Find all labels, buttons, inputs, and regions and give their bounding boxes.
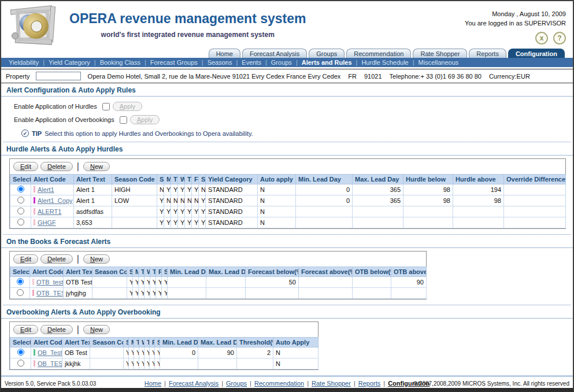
alert-code-cell: OTB_TEST	[30, 288, 64, 299]
cell: STANDARD	[206, 206, 258, 217]
property-input[interactable]	[36, 72, 81, 80]
cell: Y	[192, 217, 199, 228]
footer-link-reports[interactable]: Reports	[358, 380, 381, 387]
subnav-item-booking-class[interactable]: Booking Class	[96, 58, 145, 67]
subnav-item-miscellaneous[interactable]: Miscellaneous	[414, 58, 463, 67]
section-heading-alert-config: Alert Configuration & Auto Apply Rules	[1, 83, 573, 97]
select-cell	[10, 347, 31, 358]
alert-code-cell: ALERT1	[31, 206, 74, 217]
alert-code-link[interactable]: OB_Test	[38, 349, 62, 356]
edit-button[interactable]: Edit	[13, 162, 38, 171]
cell: Y	[178, 184, 185, 195]
row-select-radio[interactable]	[17, 219, 24, 225]
subnav-item-alerts-and-rules[interactable]: Alerts and Rules	[298, 58, 356, 67]
alert-code-link[interactable]: GHGF	[38, 219, 56, 226]
header-buttons: x ?	[465, 32, 566, 45]
column-header: T	[145, 338, 150, 347]
cell: N	[185, 195, 192, 206]
cell: N	[273, 347, 319, 358]
subnav-item-hurdle-schedule[interactable]: Hurdle Schedule	[357, 58, 412, 67]
alert-code-link[interactable]: ALERT1	[38, 208, 61, 215]
footer-link-rate-shopper[interactable]: Rate Shopper	[312, 380, 351, 387]
close-button[interactable]: x	[535, 32, 548, 45]
delete-button[interactable]: Delete	[40, 254, 73, 264]
alert-code-link[interactable]: OTB_TEST	[36, 290, 64, 297]
row-select-radio[interactable]	[17, 278, 24, 285]
alert-code-link[interactable]: OTB_test	[36, 279, 63, 286]
cell: Y	[171, 206, 178, 217]
select-cell	[10, 206, 31, 217]
new-button[interactable]: New	[83, 325, 110, 334]
row-select-radio[interactable]	[17, 186, 24, 193]
subnav-item-seasons[interactable]: Seasons	[203, 58, 236, 67]
delete-button[interactable]: Delete	[40, 325, 73, 334]
tip-check-icon: ✓	[21, 130, 29, 137]
footer-separator: |	[250, 380, 251, 387]
tab-reports[interactable]: Reports	[469, 49, 506, 58]
select-cell	[10, 277, 30, 288]
property-info-segment: 91021	[364, 73, 382, 80]
alert-code-link[interactable]: Alert1_Copy	[38, 197, 73, 204]
cell: LOW	[112, 195, 157, 206]
alert-code-cell: Alert1	[31, 184, 74, 195]
cell: Y	[127, 288, 133, 299]
row-select-radio[interactable]	[17, 197, 24, 204]
footer-link-home[interactable]: Home	[145, 380, 161, 387]
delete-button[interactable]: Delete	[40, 162, 73, 171]
table-row: Alert1Alert 1HIGHNYYYYYNSTANDARDN0365981…	[10, 184, 566, 195]
alert-code-link[interactable]: Alert1	[38, 186, 54, 193]
footer-link-recommendation[interactable]: Recommendation	[254, 380, 304, 387]
subnav-item-yieldability[interactable]: Yieldability	[5, 58, 43, 67]
cell: STANDARD	[206, 217, 258, 228]
tab-forecast-analysis[interactable]: Forecast Analysis	[242, 49, 307, 58]
subnav-item-groups[interactable]: Groups	[267, 58, 296, 67]
column-header: Select	[10, 175, 31, 184]
footer-link-forecast-analysis[interactable]: Forecast Analysis	[169, 380, 219, 387]
row-select-radio[interactable]	[17, 349, 24, 356]
column-header: OTB below(%)	[353, 267, 391, 277]
cell	[504, 206, 566, 217]
property-info-segment: Currency:EUR	[489, 73, 530, 80]
tab-home[interactable]: Home	[209, 49, 240, 58]
cell: Y	[139, 277, 145, 288]
cell	[246, 288, 299, 299]
alerts-table-otb: SelectAlert CodeAlert TextSeason CodeSMT…	[10, 267, 427, 299]
edit-button[interactable]: Edit	[13, 254, 38, 264]
subnav-item-events[interactable]: Events	[238, 58, 265, 67]
table-row: ALERT1asdfsdfasYYYYYYYSTANDARDN	[10, 206, 566, 217]
edit-button[interactable]: Edit	[13, 325, 38, 334]
footer: Version 5.0, Service Pack 5.0.03.03 Home…	[1, 377, 573, 390]
tip-text: Select this option to apply Hurdles and …	[45, 130, 253, 137]
cell: Y	[145, 358, 150, 369]
new-button[interactable]: New	[83, 254, 110, 264]
cell: OTB Test	[64, 277, 92, 288]
tab-recommendation[interactable]: Recommendation	[346, 49, 411, 58]
property-info-segment: Telephone:+ 33 (0)1 69 36 80 80	[390, 73, 482, 80]
row-select-radio[interactable]	[17, 289, 24, 296]
tab-groups[interactable]: Groups	[309, 49, 345, 58]
subnav-item-yield-category[interactable]: Yield Category	[45, 58, 94, 67]
new-button[interactable]: New	[83, 162, 110, 171]
cell: Y	[164, 206, 171, 217]
cell: Y	[162, 277, 168, 288]
subnav-item-forecast-groups[interactable]: Forecast Groups	[146, 58, 202, 67]
enable-overbookings-checkbox[interactable]	[120, 116, 127, 124]
row-select-radio[interactable]	[17, 360, 24, 367]
alert-color-bar	[34, 208, 35, 215]
apply-overbookings-button[interactable]: Apply	[130, 115, 160, 124]
help-button[interactable]: ?	[553, 32, 566, 45]
cell: Y	[129, 358, 134, 369]
enable-hurdles-checkbox[interactable]	[102, 103, 110, 110]
tab-rate-shopper[interactable]: Rate Shopper	[413, 49, 467, 58]
row-select-radio[interactable]	[17, 208, 24, 215]
cell: 0	[296, 184, 353, 195]
apply-hurdles-button[interactable]: Apply	[113, 102, 143, 111]
footer-link-groups[interactable]: Groups	[226, 380, 247, 387]
alert-code-link[interactable]: OB_TEST	[38, 360, 62, 367]
cell: asdfsdfas	[74, 206, 112, 217]
column-header: S	[162, 267, 168, 277]
tab-configuration[interactable]: Configuration	[508, 49, 565, 58]
alert-code-cell: GHGF	[31, 217, 74, 228]
date-text: Monday , August 10, 2009	[465, 10, 566, 17]
cell: Y	[156, 288, 162, 299]
